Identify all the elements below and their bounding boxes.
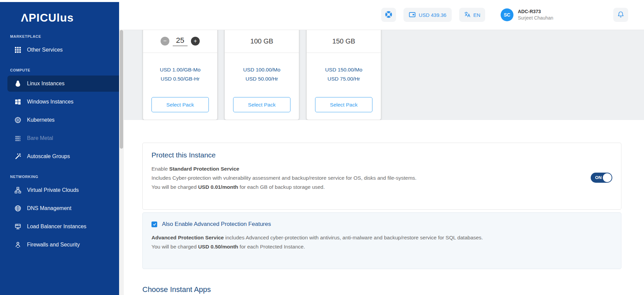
pack-card-150gb: 150 GB USD 150.00/Mo USD 75.00/Hr Select…	[306, 30, 381, 120]
advanced-protection-checkbox[interactable]	[151, 222, 157, 227]
advanced-protection-label: Also Enable Advanced Protection Features	[162, 221, 271, 228]
section-label-compute: COMPUTE	[10, 68, 119, 72]
standard-protection-charge-line: You will be charged USD 0.01/month for e…	[151, 184, 612, 190]
apiculus-logo[interactable]: ΛPICUlus	[21, 11, 119, 24]
grid-icon	[14, 46, 22, 54]
language-code: EN	[473, 12, 480, 18]
select-pack-button[interactable]: Select Pack	[233, 97, 290, 112]
price-hourly: USD 0.50/GB-Hr	[161, 74, 199, 83]
choose-instant-apps-heading: Choose Instant Apps	[142, 285, 211, 294]
user-name: Surjeet Chauhan	[518, 15, 553, 21]
help-button[interactable]	[381, 8, 396, 22]
wallet-icon	[409, 11, 416, 19]
advanced-protection-panel: Also Enable Advanced Protection Features…	[142, 212, 621, 269]
select-pack-button[interactable]: Select Pack	[151, 97, 209, 112]
sidebar-item-autoscale-groups[interactable]: Autoscale Groups	[0, 148, 119, 165]
scrollbar-thumb[interactable]	[120, 30, 123, 149]
price-hourly: USD 75.00/Hr	[328, 74, 360, 83]
content-scrollbar	[119, 30, 124, 295]
pack-card-header: 150 GB	[307, 30, 381, 53]
check-icon	[152, 222, 157, 226]
pack-card-body: USD 150.00/Mo USD 75.00/Hr Select Pack	[307, 53, 381, 120]
sidebar-item-kubernetes[interactable]: Kubernetes	[0, 112, 119, 128]
load-balancer-icon	[14, 223, 22, 230]
sidebar-item-other-services[interactable]: Other Services	[0, 42, 119, 58]
increment-button[interactable]: +	[191, 37, 200, 46]
advanced-protection-description: Advanced Protection Service includes Adv…	[151, 235, 612, 241]
custom-size-input[interactable]	[173, 36, 188, 46]
standard-protection-description: Includes Cyber-protection with vulnerabi…	[151, 175, 612, 181]
sidebar-item-label: DNS Management	[27, 205, 72, 211]
main-content: − + USD 1.00/GB-Mo USD 0.50/GB-Hr Select…	[119, 30, 644, 295]
sidebar-item-label: Firewalls and Security	[27, 242, 80, 248]
bell-icon	[617, 11, 624, 19]
protect-panel-title: Protect this Instance	[151, 151, 612, 159]
advanced-protection-checkbox-row[interactable]: Also Enable Advanced Protection Features	[151, 221, 612, 228]
wallet-balance-button[interactable]: USD 439.36	[403, 8, 452, 22]
sidebar-item-label: Linux Instances	[27, 81, 64, 87]
pack-size: 150 GB	[332, 37, 355, 45]
pack-card-body: USD 100.00/Mo USD 50.00/Hr Select Pack	[225, 53, 299, 120]
advanced-protection-charge-line: You will be charged USD 0.50/month for e…	[151, 244, 612, 250]
toggle-on-label: ON	[595, 175, 602, 180]
standard-protection-toggle[interactable]: ON	[591, 173, 612, 183]
sidebar-item-label: Windows Instances	[27, 99, 74, 105]
windows-icon	[14, 98, 22, 106]
sidebar-item-dns-management[interactable]: DNS Management	[0, 200, 119, 216]
sidebar-item-label: Bare Metal	[27, 135, 53, 141]
pack-card-100gb: 100 GB USD 100.00/Mo USD 50.00/Hr Select…	[224, 30, 299, 120]
linux-icon	[14, 80, 22, 87]
pack-size: 100 GB	[250, 37, 273, 45]
sidebar-item-firewalls-and-security[interactable]: Firewalls and Security	[0, 237, 119, 253]
data-disk-packs-row: − + USD 1.00/GB-Mo USD 0.50/GB-Hr Select…	[124, 30, 644, 120]
magic-wand-icon	[14, 153, 22, 160]
notifications-button[interactable]	[613, 8, 628, 22]
toggle-knob	[603, 173, 612, 182]
select-pack-button[interactable]: Select Pack	[315, 97, 372, 112]
security-guard-icon	[14, 241, 22, 248]
section-label-networking: NETWORKING	[10, 175, 119, 179]
kubernetes-icon	[14, 116, 22, 124]
avatar: SC	[501, 8, 513, 21]
sidebar-item-label: Virtual Private Clouds	[27, 187, 79, 193]
lifebuoy-icon	[385, 10, 393, 20]
account-id: ADC-R373	[518, 8, 553, 15]
translate-icon	[464, 11, 471, 19]
enable-standard-protection-line: Enable Standard Protection Service	[151, 166, 612, 172]
server-stack-icon	[14, 135, 22, 142]
section-label-marketplace: MARKETPLACE	[10, 34, 119, 38]
globe-icon	[14, 205, 22, 212]
user-account-menu[interactable]: SC ADC-R373 Surjeet Chauhan	[501, 8, 553, 21]
sidebar-item-bare-metal: Bare Metal	[0, 130, 119, 146]
sidebar-item-label: Load Balancer Instances	[27, 224, 86, 230]
sidebar-item-label: Kubernetes	[27, 117, 55, 123]
protect-instance-panel: Protect this Instance Enable Standard Pr…	[142, 143, 621, 210]
price-hourly: USD 50.00/Hr	[246, 74, 278, 83]
wallet-balance: USD 439.36	[419, 12, 446, 18]
sidebar-item-label: Autoscale Groups	[27, 153, 70, 159]
pack-card-body: USD 1.00/GB-Mo USD 0.50/GB-Hr Select Pac…	[143, 53, 217, 120]
sidebar-item-label: Other Services	[27, 47, 63, 53]
network-tree-icon	[14, 186, 22, 194]
language-selector[interactable]: EN	[459, 8, 485, 22]
sidebar-item-load-balancer-instances[interactable]: Load Balancer Instances	[0, 218, 119, 235]
sidebar-item-windows-instances[interactable]: Windows Instances	[0, 94, 119, 110]
price-monthly: USD 1.00/GB-Mo	[160, 65, 201, 74]
pack-card-header: 100 GB	[225, 30, 299, 53]
sidebar: ΛPICUlus MARKETPLACE Other Services COMP…	[0, 2, 119, 295]
pack-card-header: − +	[143, 30, 217, 53]
price-monthly: USD 150.00/Mo	[325, 65, 362, 74]
decrement-button[interactable]: −	[161, 37, 169, 46]
price-monthly: USD 100.00/Mo	[243, 65, 280, 74]
sidebar-item-linux-instances[interactable]: Linux Instances	[7, 76, 119, 92]
top-header: USD 439.36 EN SC ADC-R373 Surjeet Chauha…	[119, 0, 644, 30]
sidebar-item-virtual-private-clouds[interactable]: Virtual Private Clouds	[0, 182, 119, 198]
pack-card-custom: − + USD 1.00/GB-Mo USD 0.50/GB-Hr Select…	[143, 30, 218, 120]
